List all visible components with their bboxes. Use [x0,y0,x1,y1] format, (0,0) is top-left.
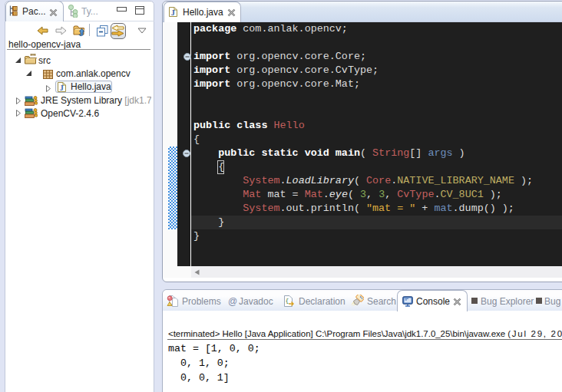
svg-text:J: J [60,84,64,92]
svg-text:{: { [286,297,289,304]
svg-text:J: J [171,8,175,17]
